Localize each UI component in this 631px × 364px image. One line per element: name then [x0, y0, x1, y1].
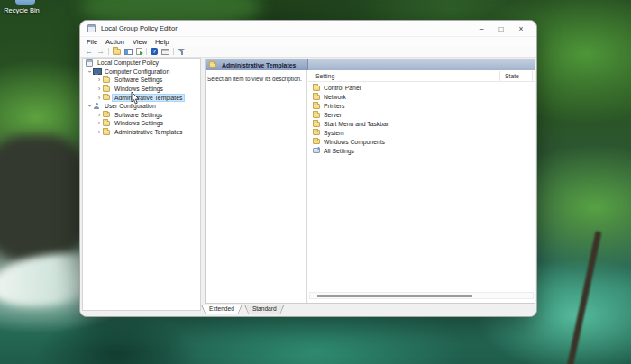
menu-view[interactable]: View — [133, 38, 147, 46]
list-item-all-settings[interactable]: All Settings — [308, 146, 535, 155]
list-item-printers[interactable]: Printers — [308, 102, 535, 111]
menu-file[interactable]: File — [87, 38, 97, 46]
folder-icon — [313, 86, 320, 91]
menu-action[interactable]: Action — [105, 38, 124, 46]
show-hide-console-tree-icon[interactable] — [124, 49, 133, 55]
tree-item-local-computer-policy[interactable]: Local Computer Policy — [83, 59, 200, 68]
recycle-bin-shortcut[interactable]: Recycle Bin — [0, 0, 56, 20]
tab-label: Standard — [244, 305, 285, 312]
details-pane-title: Administrative Templates — [222, 62, 296, 68]
details-pane-header-title: Administrative Templates — [206, 59, 308, 70]
folder-icon — [103, 95, 110, 100]
console-root-icon — [86, 59, 93, 67]
filter-icon[interactable] — [178, 48, 186, 56]
chevron-right-icon[interactable]: › — [96, 129, 103, 135]
list-item-label: System — [324, 130, 344, 136]
view-tabs: Extended Standard — [201, 305, 287, 314]
tree-item-windows-settings-user[interactable]: › Windows Settings — [83, 119, 200, 128]
tree-item-software-settings-user[interactable]: › Software Settings — [83, 111, 200, 120]
list-item-network[interactable]: Network — [308, 93, 535, 102]
chevron-down-icon[interactable]: › — [87, 103, 93, 110]
user-icon — [93, 103, 100, 109]
folder-icon — [103, 121, 110, 126]
close-button[interactable]: × — [511, 21, 531, 36]
background-tree-trunk — [565, 231, 601, 364]
folder-icon — [313, 139, 320, 144]
console-tree-pane: Local Computer Policy › Computer Configu… — [82, 58, 201, 311]
toolbar-separator — [108, 48, 109, 55]
tree-item-label-selected: Administrative Templates — [113, 95, 184, 101]
back-icon[interactable]: ← — [85, 48, 93, 56]
list-item-control-panel[interactable]: Control Panel — [308, 84, 535, 93]
list-column-headers: Setting State — [308, 70, 535, 82]
list-item-label: Printers — [324, 103, 344, 109]
chevron-down-icon[interactable]: › — [87, 68, 93, 75]
chevron-right-icon[interactable]: › — [96, 120, 103, 126]
details-pane-header: Administrative Templates — [206, 59, 535, 70]
folder-icon — [103, 130, 110, 135]
gpedit-app-icon — [87, 24, 96, 32]
tree-item-label: Software Settings — [113, 112, 164, 118]
folder-icon — [313, 130, 320, 135]
list-item-windows-components[interactable]: Windows Components — [308, 137, 535, 146]
list-item-label: Network — [324, 94, 346, 100]
computer-icon — [93, 68, 100, 75]
tree-item-computer-configuration[interactable]: › Computer Configuration — [83, 68, 200, 77]
maximize-button[interactable]: □ — [491, 21, 511, 36]
tree-item-software-settings-computer[interactable]: › Software Settings — [83, 76, 200, 85]
chevron-right-icon[interactable]: › — [96, 112, 103, 118]
tree-item-label: Computer Configuration — [103, 68, 171, 75]
window-title: Local Group Policy Editor — [101, 24, 178, 32]
list-item-label: All Settings — [324, 148, 354, 154]
tree-item-label: Local Computer Policy — [96, 59, 160, 66]
column-separator[interactable] — [499, 71, 500, 81]
show-hide-action-pane-icon[interactable] — [161, 49, 169, 55]
list-item-label: Windows Components — [324, 139, 385, 145]
forward-icon[interactable]: → — [96, 48, 105, 56]
mouse-cursor — [131, 92, 140, 105]
list-item-server[interactable]: Server — [308, 111, 535, 120]
tree-item-administrative-templates-user[interactable]: › Administrative Templates — [83, 128, 200, 137]
description-text: Select an item to view its description. — [207, 76, 302, 82]
tree-item-windows-settings-computer[interactable]: › Windows Settings — [83, 85, 200, 94]
window-content: Local Computer Policy › Computer Configu… — [80, 58, 536, 316]
folder-icon — [313, 122, 320, 127]
folder-icon — [103, 86, 110, 92]
tree-item-label: Windows Settings — [113, 120, 165, 126]
tree-item-administrative-templates-computer[interactable]: › Administrative Templates — [83, 93, 200, 102]
toolbar: ← → ? — [80, 46, 536, 58]
recycle-bin-label: Recycle Bin — [0, 6, 56, 14]
help-icon[interactable]: ? — [151, 48, 158, 55]
list-item-system[interactable]: System — [308, 128, 535, 137]
folder-icon — [313, 104, 320, 109]
list-item-start-menu-and-taskbar[interactable]: Start Menu and Taskbar — [308, 120, 535, 129]
tab-standard[interactable]: Standard — [244, 305, 285, 314]
window-controls: – □ × — [471, 21, 536, 36]
minimize-button[interactable]: – — [471, 21, 491, 36]
background-rocks — [0, 135, 90, 261]
menu-help[interactable]: Help — [155, 38, 169, 46]
chevron-right-icon[interactable]: › — [96, 95, 103, 101]
settings-list-items: Control Panel Network Printers Server — [308, 84, 535, 155]
export-list-icon[interactable] — [136, 48, 142, 55]
horizontal-scrollbar[interactable] — [309, 292, 534, 299]
tab-extended[interactable]: Extended — [201, 305, 242, 314]
folder-icon — [209, 62, 216, 68]
all-settings-icon — [313, 148, 320, 153]
up-one-level-icon[interactable] — [113, 49, 121, 55]
chevron-right-icon[interactable]: › — [96, 86, 103, 92]
scrollbar-thumb[interactable] — [317, 295, 472, 297]
list-item-label: Control Panel — [324, 85, 361, 91]
toolbar-separator — [146, 48, 147, 55]
tree-item-user-configuration[interactable]: › User Configuration — [83, 102, 200, 111]
title-bar[interactable]: Local Group Policy Editor – □ × — [80, 21, 536, 37]
column-separator[interactable] — [532, 71, 533, 81]
column-header-setting[interactable]: Setting — [316, 73, 334, 79]
list-item-label: Start Menu and Taskbar — [324, 121, 389, 127]
column-header-state[interactable]: State — [505, 73, 519, 79]
local-group-policy-editor-window: Local Group Policy Editor – □ × File Act… — [79, 20, 537, 317]
folder-icon — [313, 113, 320, 118]
description-panel: Select an item to view its description. — [206, 70, 307, 303]
recycle-bin-icon[interactable] — [15, 0, 35, 5]
chevron-right-icon[interactable]: › — [96, 77, 103, 83]
